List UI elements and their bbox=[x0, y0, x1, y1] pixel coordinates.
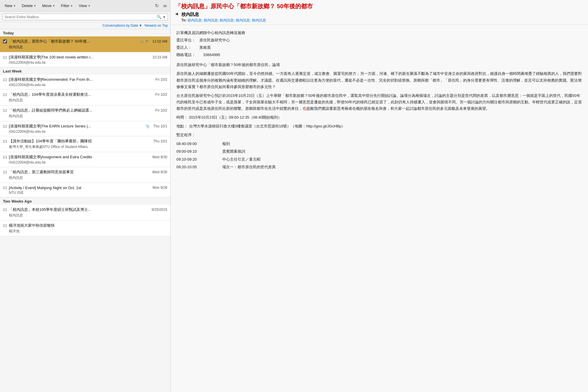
email-item-row2: 臺灣大學_學生事務處NTU Office of Student Affairs bbox=[3, 144, 167, 149]
email-type-icon: 🖂 bbox=[3, 55, 7, 60]
email-sender: 校內訊息 bbox=[3, 213, 167, 218]
email-type-icon: 🖂 bbox=[3, 223, 7, 228]
email-time: Wed 9/30 bbox=[152, 170, 167, 174]
email-item-row2: 校內訊息 bbox=[3, 114, 167, 119]
schedule-row: 09:00-09:10 貴賓開幕致詞 bbox=[176, 148, 582, 155]
email-type-icon: 🖂 bbox=[3, 92, 7, 97]
email-item-right: Fri 10/2 bbox=[153, 108, 167, 112]
new-label: New bbox=[5, 4, 12, 8]
list-item[interactable]: 🖂[浪漫時期英國文學]Assignment and Extra CreditsW… bbox=[0, 152, 170, 167]
email-item-row2: r04122004@ntu.edu.tw bbox=[3, 60, 167, 65]
email-item-row1: 🖂[浪漫時期英國文學]The EARN Lecture Series (...📎… bbox=[3, 124, 167, 129]
collapse-arrow[interactable]: ◀ bbox=[175, 12, 178, 16]
email-sender: 楊洋池 bbox=[3, 229, 167, 234]
email-item-row1: 🖂[浪漫時期英國文學]Recommended: Far From th...Fr… bbox=[3, 77, 167, 82]
email-list: Today「校內訊息」原民中心「都市新故鄉？ 50年後...🗂⚑11:02 AM… bbox=[0, 29, 170, 392]
toolbar: New ▼ Delete ▼ Move ▼ Filter ▼ View ▼ ↻ … bbox=[0, 0, 170, 12]
email-item-row1: 🖂「校內訊息」第三週教師同意加簽事宜Wed 9/30 bbox=[3, 169, 167, 175]
schedule-time: 09:00-09:10 bbox=[176, 148, 218, 155]
email-type-icon: 🖂 bbox=[3, 207, 7, 212]
list-item[interactable]: 🖂[浪漫時期英國文學]The 100 best novels written i… bbox=[0, 52, 170, 67]
email-item-right: Fri 10/2 bbox=[153, 78, 167, 82]
email-item-right: Thu 10/1 bbox=[151, 139, 167, 143]
event-location: 地點： 台灣大學水源校區行政大樓3樓會議室（台北市思源街18號）（地圖：http… bbox=[176, 123, 582, 129]
email-sender: 校內訊息 bbox=[3, 45, 167, 50]
list-item[interactable]: 🖂[Activity / Event] Mahjong Night on Oct… bbox=[0, 183, 170, 197]
email-sender: 校內訊息 bbox=[3, 175, 167, 180]
email-to-label: To: bbox=[181, 18, 187, 22]
search-input[interactable] bbox=[4, 15, 157, 19]
delete-button[interactable]: Delete ▼ bbox=[19, 2, 39, 9]
email-subject: [浪漫時期英國文學]Recommended: Far From th... bbox=[9, 77, 121, 82]
schedule-desc: 報到 bbox=[222, 141, 230, 147]
list-item[interactable]: 🖂「校內訊息」本校105學年度碩士班甄試及博士...9/25/2015校內訊息 bbox=[0, 205, 170, 221]
email-subject: [浪漫時期英國文學]Assignment and Extra Credits bbox=[9, 154, 121, 160]
email-item-row1: 🖂[浪漫時期英國文學]Assignment and Extra CreditsW… bbox=[3, 154, 167, 160]
sort-bar: Conversations by Date ▼ Newest on Top bbox=[0, 22, 170, 29]
move-label: Move bbox=[42, 4, 51, 8]
email-item-row1: 「校內訊息」原民中心「都市新故鄉？ 50年後...🗂⚑11:02 AM bbox=[3, 39, 167, 44]
email-item-row2: r04122004@ntu.edu.tw bbox=[3, 83, 167, 87]
email-item-row2: NTU ISIE bbox=[3, 191, 167, 195]
schedule-time: 09:10-09:20 bbox=[176, 156, 218, 163]
search-input-wrapper: 🔍 ▼ bbox=[2, 14, 168, 20]
schedule-time: 09:20-10:05 bbox=[176, 164, 218, 170]
schedule-desc: 中心主任引言／童元昭 bbox=[222, 156, 260, 163]
email-item-right: 📎Thu 10/1 bbox=[146, 124, 167, 128]
attachment-icon: 📎 bbox=[146, 124, 150, 128]
email-time: Wed 9/30 bbox=[152, 155, 167, 159]
email-subject: [浪漫時期英國文學]The 100 best novels written i.… bbox=[9, 55, 121, 60]
email-subject: 【課外活動組】104學年度「團拍畢冊部」團隊招 bbox=[9, 139, 121, 144]
list-item[interactable]: 🖂「校內訊息」104學年度游泳賽及全校運動會活...Fri 10/2校內訊息 bbox=[0, 90, 170, 105]
email-meta-section: ◀ 校內訊息 To: 校內訊息; 校內訊息; 校內訊息; 校內訊息; 校內訊息 bbox=[175, 12, 583, 23]
email-time: Thu 10/1 bbox=[153, 139, 167, 143]
view-button[interactable]: View ▼ bbox=[76, 2, 93, 9]
email-flags: 🗂⚑ bbox=[140, 39, 149, 44]
email-checkbox[interactable] bbox=[3, 39, 7, 43]
new-button[interactable]: New ▼ bbox=[2, 2, 18, 9]
email-sender: r04122004@ntu.edu.tw bbox=[3, 60, 167, 65]
list-item[interactable]: 🖂「校內訊息」註冊組提醒同學們務必上網確認選...Fri 10/2校內訊息 bbox=[0, 105, 170, 121]
email-item-row2: r04122004@ntu.edu.tw bbox=[3, 160, 167, 164]
sort-order-link[interactable]: Newest on Top bbox=[145, 23, 168, 28]
expand-button[interactable]: ≫ bbox=[162, 2, 168, 10]
email-to-value: 校內訊息; 校內訊息; 校內訊息; 校內訊息; 校內訊息 bbox=[188, 18, 266, 22]
email-item-row2: 校內訊息 bbox=[3, 175, 167, 180]
email-sender: r04122004@ntu.edu.tw bbox=[3, 160, 167, 164]
email-sender: 校內訊息 bbox=[3, 114, 167, 119]
list-item[interactable]: 🖂楊洋池祝大家中秋佳節愉快楊洋池 bbox=[0, 221, 170, 236]
email-time: Fri 10/2 bbox=[155, 78, 167, 82]
email-subject: 「校內訊息」第三週教師同意加簽事宜 bbox=[9, 169, 121, 175]
email-subject: 「校內訊息」104學年度游泳賽及全校運動會活... bbox=[9, 92, 121, 97]
email-item-right: 10:33 AM bbox=[150, 55, 167, 59]
list-item[interactable]: 🖂【課外活動組】104學年度「團拍畢冊部」團隊招Thu 10/1臺灣大學_學生事… bbox=[0, 136, 170, 152]
email-meta-title: 校內訊息 bbox=[181, 12, 266, 17]
filter-button[interactable]: Filter ▼ bbox=[59, 2, 75, 9]
delete-chevron: ▼ bbox=[34, 4, 36, 7]
list-item[interactable]: 🖂[浪漫時期英國文學]Recommended: Far From th...Fr… bbox=[0, 75, 170, 90]
schedule-time: 08:40-09:00 bbox=[176, 141, 218, 147]
list-item[interactable]: 🖂「校內訊息」第三週教師同意加簽事宜Wed 9/30校內訊息 bbox=[0, 167, 170, 183]
email-item-right: 🗂⚑11:02 AM bbox=[138, 39, 167, 44]
email-meta-row: To: 校內訊息; 校內訊息; 校內訊息; 校內訊息; 校內訊息 bbox=[181, 18, 266, 23]
email-time: Thu 10/1 bbox=[153, 124, 167, 128]
sort-by-date-link[interactable]: Conversations by Date ▼ bbox=[103, 23, 142, 28]
search-dropdown-icon[interactable]: ▼ bbox=[163, 15, 166, 19]
email-time: 10:33 AM bbox=[152, 55, 167, 59]
body-paragraph-2: 台大原住民族研究中心預計於2015年10月23日（五）上午舉辦「都市新故鄉？50… bbox=[176, 92, 582, 112]
phone: 聯絡電話： 33664995 bbox=[176, 52, 582, 58]
sort-chevron: ▼ bbox=[139, 23, 142, 28]
list-item[interactable]: 「校內訊息」原民中心「都市新故鄉？ 50年後...🗂⚑11:02 AM校內訊息 bbox=[0, 36, 170, 52]
email-item-row1: 🖂「校內訊息」註冊組提醒同學們務必上網確認選...Fri 10/2 bbox=[3, 108, 167, 113]
search-icon[interactable]: 🔍 bbox=[157, 15, 161, 19]
schedule-row: 08:40-09:00 報到 bbox=[176, 141, 582, 147]
service-line: 計算機及資訊網路中心校內訊息轉送服務 bbox=[176, 30, 582, 36]
email-body: 計算機及資訊網路中心校內訊息轉送服務 委託單位： 原住民族研究中心 委託人： 黃… bbox=[171, 25, 588, 392]
email-subject: 「校內訊息」註冊組提醒同學們務必上網確認選... bbox=[9, 108, 121, 113]
email-detail-panel: 「校內訊息」原民中心「都市新故鄉？ 50年後的都市 ◀ 校內訊息 To: 校內訊… bbox=[171, 0, 588, 392]
email-subject: 「校內訊息」本校105學年度碩士班甄試及博士... bbox=[9, 207, 121, 212]
refresh-button[interactable]: ↻ bbox=[153, 2, 161, 10]
move-button[interactable]: Move ▼ bbox=[40, 2, 57, 9]
schedule-table: 08:40-09:00 報到 09:00-09:10 貴賓開幕致詞 09:10-… bbox=[176, 141, 582, 170]
list-item[interactable]: 🖂[浪漫時期英國文學]The EARN Lecture Series (...📎… bbox=[0, 121, 170, 136]
